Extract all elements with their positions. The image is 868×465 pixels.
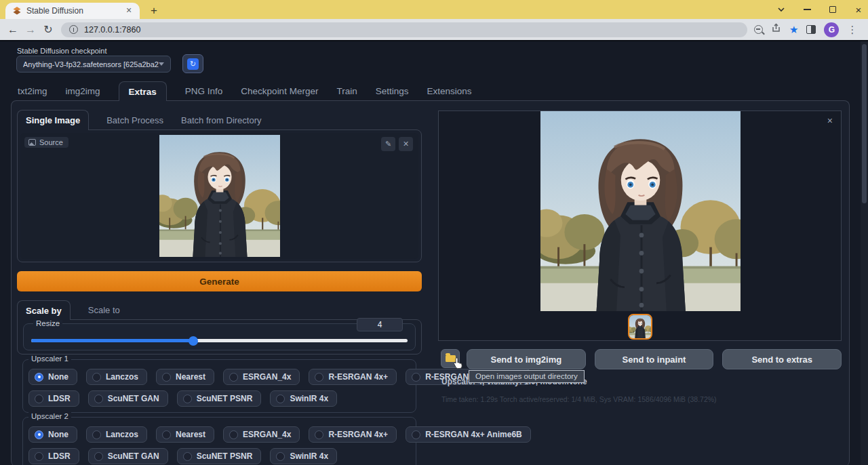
pill-label: None: [48, 372, 68, 382]
tab-png-info[interactable]: PNG Info: [185, 81, 223, 101]
upscaler1-option-nearest[interactable]: Nearest: [156, 369, 214, 385]
upscaler1-option-resrgan4x[interactable]: R-ESRGAN 4x+: [309, 369, 397, 385]
url-text[interactable]: 127.0.0.1:7860: [84, 25, 140, 35]
pill-label: SwinIR 4x: [290, 451, 328, 461]
reload-button[interactable]: ↻: [39, 23, 57, 36]
upscaler1-option-scunet-psnr[interactable]: ScuNET PSNR: [177, 390, 262, 407]
pill-label: Nearest: [176, 430, 205, 439]
radio-icon: [94, 395, 103, 403]
pill-label: R-ESRGAN 4x+: [328, 372, 388, 382]
send-to-img2img-button[interactable]: Send to img2img: [467, 349, 586, 369]
upscaler2-option-scunet-psnr[interactable]: ScuNET PSNR: [177, 448, 262, 464]
subtab-batch-from-directory[interactable]: Batch from Directory: [181, 110, 261, 130]
chevron-down-icon: [159, 62, 164, 66]
source-label: Source: [39, 138, 63, 146]
resize-label: Resize: [33, 319, 62, 327]
clear-image-icon[interactable]: ✕: [399, 137, 413, 151]
radio-icon: [276, 452, 285, 461]
side-panel-icon[interactable]: [806, 25, 816, 34]
tab-extras[interactable]: Extras: [119, 81, 167, 101]
radio-icon: [35, 452, 43, 461]
forward-button[interactable]: →: [22, 24, 39, 36]
send-to-extras-button[interactable]: Send to extras: [722, 349, 842, 369]
upscaler-2-group: Upscaler 2 None Lanczos Nearest ESRGAN_4…: [22, 417, 416, 465]
window-close-button[interactable]: ×: [853, 4, 864, 15]
tab-img2img[interactable]: img2img: [66, 81, 100, 101]
tab-settings[interactable]: Settings: [376, 81, 409, 101]
checkpoint-dropdown[interactable]: Anything-V3-fp32.safetensors [625a2ba2]: [16, 56, 171, 73]
new-tab-button[interactable]: +: [146, 3, 161, 18]
tab-train[interactable]: Train: [336, 81, 357, 101]
upscaler2-option-ldsr[interactable]: LDSR: [28, 448, 79, 464]
upscaler2-option-resrgan-anime6b[interactable]: R-ESRGAN 4x+ Anime6B: [406, 426, 531, 443]
subtab-scale-by[interactable]: Scale by: [17, 300, 71, 320]
resize-number-input[interactable]: 4: [357, 318, 403, 331]
subtab-scale-to[interactable]: Scale to: [88, 300, 120, 320]
window-maximize-button[interactable]: [827, 4, 838, 15]
upscaler1-option-lanczos[interactable]: Lanczos: [86, 369, 147, 385]
extras-panel: Single Image Batch Process Batch from Di…: [11, 100, 850, 465]
tab-extensions[interactable]: Extensions: [427, 81, 471, 101]
mouse-cursor-icon: [452, 357, 463, 373]
pill-label: Lanczos: [106, 430, 138, 439]
radio-icon: [412, 430, 420, 439]
slider-fill: [31, 339, 193, 342]
screen: Stable Diffusion × + × ← → ↻ 127.0.0.1:7…: [0, 0, 868, 465]
zoom-icon[interactable]: [754, 25, 763, 34]
upscaler1-option-scunet-gan[interactable]: ScuNET GAN: [88, 390, 168, 407]
gallery-close-icon[interactable]: ×: [827, 115, 833, 126]
send-buttons-row: Send to img2img Send to inpaint Send to …: [467, 349, 842, 369]
upscaler2-option-nearest[interactable]: Nearest: [156, 426, 214, 443]
slider-thumb[interactable]: [189, 336, 198, 346]
window-minimize-button[interactable]: [802, 4, 812, 15]
browser-menu-icon[interactable]: ⋮: [847, 24, 857, 36]
pill-label: Lanczos: [106, 372, 138, 382]
upscaler2-option-lanczos[interactable]: Lanczos: [86, 426, 147, 443]
source-image-dropzone[interactable]: Source ✎ ✕: [20, 133, 418, 259]
pill-label: ESRGAN_4x: [243, 372, 291, 382]
pill-label: ScuNET GAN: [108, 451, 159, 461]
chrome-menu-chevron-icon[interactable]: [776, 4, 787, 15]
radio-icon: [183, 452, 192, 461]
resize-slider[interactable]: [31, 339, 408, 342]
upscaler2-option-esrgan4x[interactable]: ESRGAN_4x: [223, 426, 300, 443]
pill-label: LDSR: [48, 451, 71, 461]
browser-tab[interactable]: Stable Diffusion ×: [5, 3, 140, 19]
upscaler1-option-none[interactable]: None: [28, 369, 77, 385]
tab-close-icon[interactable]: ×: [123, 5, 134, 16]
output-gallery: ×: [438, 110, 842, 341]
page-scrollbar[interactable]: [861, 41, 868, 465]
source-image[interactable]: [159, 135, 280, 257]
upscaler-1-group: Upscaler 1 None Lanczos Nearest ESRGAN_4…: [22, 359, 416, 413]
upscaler-2-label: Upscaler 2: [28, 412, 71, 420]
generate-button[interactable]: Generate: [17, 271, 422, 291]
address-bar[interactable]: 127.0.0.1:7860: [61, 22, 747, 37]
back-button[interactable]: ←: [4, 24, 22, 36]
upscaler2-option-scunet-gan[interactable]: ScuNET GAN: [88, 448, 168, 464]
send-to-inpaint-button[interactable]: Send to inpaint: [595, 349, 714, 369]
upscaler2-option-resrgan4x[interactable]: R-ESRGAN 4x+: [309, 426, 397, 443]
subtab-single-image[interactable]: Single Image: [17, 110, 89, 130]
profile-avatar[interactable]: G: [824, 22, 839, 37]
pill-label: R-ESRGAN 4x+: [328, 430, 388, 439]
gallery-thumbnail-selected[interactable]: [628, 314, 652, 340]
scrollbar-thumb[interactable]: [862, 44, 867, 203]
pill-label: LDSR: [48, 394, 71, 403]
upscaler1-option-swinir4x[interactable]: SwinIR 4x: [270, 390, 337, 407]
site-info-icon[interactable]: [69, 25, 78, 34]
output-image[interactable]: [540, 111, 741, 311]
refresh-checkpoints-button[interactable]: ↻: [182, 54, 203, 73]
scale-by-panel: Resize 4: [17, 319, 422, 355]
upscaler1-option-esrgan4x[interactable]: ESRGAN_4x: [223, 369, 300, 385]
edit-image-icon[interactable]: ✎: [381, 137, 395, 151]
tab-txt2img[interactable]: txt2img: [18, 81, 47, 101]
share-icon[interactable]: [771, 23, 781, 36]
upscaler2-option-swinir4x[interactable]: SwinIR 4x: [270, 448, 337, 464]
tab-checkpoint-merger[interactable]: Checkpoint Merger: [241, 81, 318, 101]
subtab-batch-process[interactable]: Batch Process: [106, 110, 163, 130]
source-chip: Source: [24, 137, 68, 148]
upscaler1-option-ldsr[interactable]: LDSR: [28, 390, 79, 407]
upscaler2-option-none[interactable]: None: [28, 426, 77, 443]
pill-label: ScuNET PSNR: [197, 451, 253, 461]
bookmark-star-icon[interactable]: ★: [789, 24, 798, 36]
